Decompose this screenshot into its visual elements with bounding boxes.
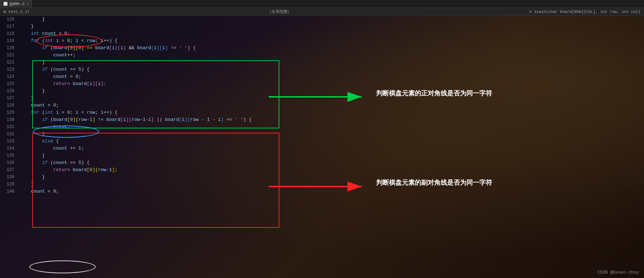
line-number: 119 (0, 37, 20, 44)
line-content: for (int i = 0; i < row; i++) { (20, 37, 644, 44)
token: } (20, 182, 34, 187)
token (20, 138, 42, 144)
token: i (90, 81, 92, 86)
token: count (53, 52, 67, 58)
line-content: if (count == 5) { (20, 159, 644, 166)
title-bar: ⬜ game.c × (0, 0, 644, 8)
file-tab[interactable]: ⬜ game.c × (0, 0, 32, 8)
token: for (31, 110, 39, 115)
token: count (53, 146, 67, 151)
code-line-133: 133 else { (0, 138, 644, 145)
code-line-118: 118 int count = 0; (0, 30, 644, 37)
code-line-131: 131 break; (0, 123, 644, 131)
token: count (53, 160, 67, 165)
token: } (20, 88, 45, 94)
token: ; (70, 110, 76, 115)
token: ; (81, 146, 84, 151)
token (20, 52, 53, 58)
token: board (95, 45, 109, 51)
line-number: 128 (0, 102, 20, 109)
line-number: 126 (0, 88, 20, 95)
token: } (20, 153, 45, 158)
token: i (101, 110, 104, 115)
file-icon: ⬜ (3, 2, 8, 6)
code-line-117: 117 } (0, 23, 644, 30)
token: { (53, 138, 59, 144)
token: ++) { (104, 38, 117, 43)
close-icon[interactable]: × (27, 2, 29, 6)
token: ) { (187, 45, 196, 51)
code-line-128: 128 count = 0; (0, 102, 644, 109)
token: ; (95, 110, 101, 115)
breadcrumb-right: ⊙ Iswin(char board[ROW][COL], int row, i… (529, 9, 640, 14)
red-annotation-text: 判断棋盘元素的副对角线是否为同一字符 (376, 178, 492, 187)
token: if (42, 67, 48, 72)
token: 5 (78, 67, 81, 72)
line-number: 130 (0, 116, 20, 123)
token: == (224, 117, 235, 122)
token: } (20, 131, 45, 137)
token: if (42, 160, 48, 165)
token: i (101, 38, 104, 43)
token: = (59, 110, 67, 115)
code-line-120: 120 if (board[0][0] == board[i][i] && bo… (0, 44, 644, 52)
token: ++) { (104, 110, 117, 115)
line-content: } (20, 152, 644, 159)
code-line-126: 126 } (0, 88, 644, 95)
token: ( (39, 110, 45, 115)
token: = (45, 103, 53, 108)
token: 0 (76, 74, 78, 79)
token: row-1 (98, 167, 112, 173)
token: i (218, 117, 221, 122)
token: ( (48, 160, 53, 165)
token: } (20, 24, 34, 29)
code-line-140: 140 count = 0; (0, 188, 644, 195)
token: ]; (101, 81, 106, 86)
line-content: } (20, 59, 644, 66)
line-content: count = 0; (20, 102, 644, 109)
token: i (162, 45, 165, 51)
token (20, 189, 31, 194)
token: 0 (78, 45, 81, 51)
token: ( (48, 67, 53, 72)
token: i (76, 38, 78, 43)
token: row-1 (78, 117, 92, 122)
token: i (148, 117, 151, 122)
filename-label: game.c (9, 1, 25, 6)
token: [ (179, 117, 182, 122)
token: i (76, 110, 78, 115)
token: ; (56, 189, 59, 194)
token: count (42, 31, 56, 36)
line-content: } (20, 95, 644, 102)
line-content: count++; (20, 52, 644, 59)
token: } (20, 95, 34, 101)
code-line-130: 130 if (board[0][row-1] != board[i][row-… (0, 116, 644, 123)
line-number: 134 (0, 145, 20, 152)
token: ][ (126, 117, 132, 122)
token (20, 146, 53, 151)
token: < (78, 110, 87, 115)
token: } (20, 60, 45, 65)
token: ][ (184, 117, 190, 122)
code-line-119: 119 for (int i = 0; i < row; i++) { (0, 37, 644, 44)
line-number: 139 (0, 181, 20, 188)
token: = (59, 38, 67, 43)
token: || (154, 117, 165, 122)
token: ; (95, 38, 101, 43)
code-line-134: 134 count += 1; (0, 145, 644, 152)
line-content: return board[i][i]; (20, 80, 644, 88)
line-number: 138 (0, 174, 20, 181)
token: = (45, 189, 53, 194)
breadcrumb-left: ⊞ test_2_17 (4, 9, 30, 14)
breadcrumb-center: （全局范围） (268, 9, 291, 14)
code-line-129: 129 for (int i = 0; i < row; i++) { (0, 109, 644, 116)
token: } (20, 174, 45, 180)
token: board (106, 117, 120, 122)
token: int (45, 110, 53, 115)
line-number: 140 (0, 188, 20, 195)
line-number: 135 (0, 152, 20, 159)
token (20, 74, 53, 79)
token: ) { (243, 117, 251, 122)
line-number: 129 (0, 109, 20, 116)
code-line-116: 116 } (0, 16, 644, 23)
